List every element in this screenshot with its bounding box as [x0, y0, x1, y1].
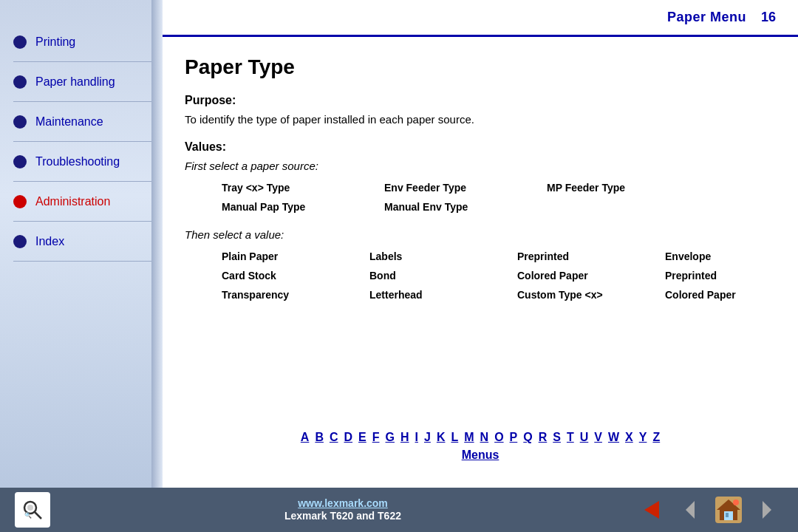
- sidebar-dot: [13, 155, 27, 168]
- sidebar-dot: [13, 195, 27, 208]
- sidebar-item-troubleshooting[interactable]: Troubleshooting: [0, 142, 159, 182]
- source-cell: Manual Pap Type: [222, 199, 384, 215]
- alpha-q[interactable]: Q: [523, 431, 532, 444]
- footer: 🔍 www.lexmark.com Lexmark T620 and T622: [0, 488, 798, 532]
- value-cell: Custom Type <x>: [517, 287, 665, 303]
- svg-marker-12: [763, 501, 771, 519]
- footer-url[interactable]: www.lexmark.com: [50, 497, 635, 509]
- sidebar-dot: [13, 235, 27, 248]
- alpha-s[interactable]: S: [553, 431, 561, 444]
- sidebar-dot: [13, 75, 27, 89]
- next-button[interactable]: [751, 494, 783, 526]
- footer-nav: [635, 494, 783, 526]
- page-title: Paper Type: [185, 55, 768, 79]
- sidebar-item-maintenance[interactable]: Maintenance: [0, 102, 159, 142]
- value-cell: Colored Paper: [665, 287, 798, 303]
- values-section: Values: First select a paper source: Tra…: [185, 140, 768, 303]
- svg-point-11: [733, 499, 739, 505]
- sidebar-dot: [13, 35, 27, 49]
- header-bar: Paper Menu 16: [163, 0, 798, 37]
- sidebar: Printing Paper handling Maintenance Trou…: [0, 0, 159, 488]
- alpha-g[interactable]: G: [386, 431, 395, 444]
- value-cell: Plain Paper: [222, 248, 369, 265]
- paper-sources-grid: Tray <x> Type Env Feeder Type MP Feeder …: [222, 180, 768, 215]
- alphabet-section: A B C D E F G H I J K L M N O P Q R S T …: [163, 423, 798, 466]
- sidebar-decoration: [151, 0, 163, 488]
- alpha-a[interactable]: A: [301, 431, 310, 444]
- prev-button[interactable]: [674, 494, 706, 526]
- values-grid: Plain Paper Labels Preprinted Envelope C…: [222, 248, 768, 303]
- alpha-d[interactable]: D: [344, 431, 353, 444]
- content-area: Paper Type Purpose: To identify the type…: [163, 37, 798, 488]
- sidebar-item-paper-handling[interactable]: Paper handling: [0, 62, 159, 102]
- sidebar-item-label: Maintenance: [35, 115, 103, 129]
- alpha-r[interactable]: R: [539, 431, 548, 444]
- svg-rect-10: [730, 513, 733, 516]
- value-cell: Letterhead: [369, 287, 517, 303]
- value-cell: Transparency: [222, 287, 369, 303]
- alpha-i[interactable]: I: [415, 431, 418, 444]
- value-cell: Colored Paper: [517, 267, 665, 284]
- value-cell: Preprinted: [517, 248, 665, 265]
- value-cell: Preprinted: [665, 267, 798, 284]
- value-cell: Bond: [369, 267, 517, 284]
- source-cell: MP Feeder Type: [547, 180, 709, 196]
- source-cell: Tray <x> Type: [222, 180, 384, 196]
- alpha-t[interactable]: T: [567, 431, 574, 444]
- svg-point-2: [27, 505, 33, 511]
- alphabet-row: A B C D E F G H I J K L M N O P Q R S T …: [177, 431, 783, 444]
- value-cell: Envelope: [665, 248, 798, 265]
- alpha-u[interactable]: U: [580, 431, 589, 444]
- alpha-c[interactable]: C: [330, 431, 338, 444]
- alpha-n[interactable]: N: [480, 431, 489, 444]
- purpose-section: Purpose: To identify the type of paper i…: [185, 94, 768, 126]
- first-select-note: First select a paper source:: [185, 160, 768, 172]
- alpha-x[interactable]: X: [625, 431, 633, 444]
- sidebar-item-index[interactable]: Index: [0, 222, 159, 262]
- sidebar-item-administration[interactable]: Administration: [0, 182, 159, 222]
- alpha-h[interactable]: H: [400, 431, 409, 444]
- sidebar-item-label: Administration: [35, 195, 110, 208]
- purpose-heading: Purpose:: [185, 94, 768, 107]
- alpha-l[interactable]: L: [451, 431, 458, 444]
- sidebar-item-label: Index: [35, 235, 64, 248]
- alpha-e[interactable]: E: [358, 431, 366, 444]
- sidebar-item-label: Printing: [35, 35, 75, 49]
- alpha-z[interactable]: Z: [652, 431, 660, 444]
- svg-rect-9: [726, 513, 729, 517]
- alpha-m[interactable]: M: [464, 431, 474, 444]
- source-cell: Env Feeder Type: [384, 180, 547, 196]
- alpha-k[interactable]: K: [437, 431, 446, 444]
- svg-marker-5: [686, 501, 695, 519]
- alpha-v[interactable]: V: [594, 431, 602, 444]
- footer-center: www.lexmark.com Lexmark T620 and T622: [50, 497, 635, 522]
- sidebar-item-label: Troubleshooting: [35, 155, 120, 168]
- footer-left: 🔍: [15, 492, 50, 528]
- menus-link[interactable]: Menus: [462, 449, 499, 461]
- alpha-p[interactable]: P: [510, 431, 518, 444]
- alpha-j[interactable]: J: [424, 431, 431, 444]
- value-cell: Labels: [369, 248, 517, 265]
- purpose-text: To identify the type of paper installed …: [185, 113, 768, 126]
- alpha-b[interactable]: B: [315, 431, 324, 444]
- sidebar-item-printing[interactable]: Printing: [0, 22, 159, 62]
- sidebar-item-label: Paper handling: [35, 75, 115, 89]
- header-title: Paper Menu: [667, 10, 746, 25]
- home-button[interactable]: [712, 494, 745, 526]
- source-cell: [547, 199, 709, 215]
- alpha-y[interactable]: Y: [639, 431, 647, 444]
- alpha-w[interactable]: W: [608, 431, 619, 444]
- footer-model: Lexmark T620 and T622: [284, 510, 401, 522]
- svg-marker-4: [644, 501, 659, 519]
- then-select-note: Then select a value:: [185, 228, 768, 241]
- sidebar-dot: [13, 115, 27, 129]
- alpha-o[interactable]: O: [494, 431, 503, 444]
- value-cell: Card Stock: [222, 267, 369, 284]
- back-button[interactable]: [635, 494, 668, 526]
- alpha-f[interactable]: F: [372, 431, 380, 444]
- search-icon[interactable]: 🔍: [15, 492, 50, 528]
- svg-line-1: [35, 512, 41, 519]
- page-number: 16: [761, 10, 776, 25]
- values-heading: Values:: [185, 140, 768, 154]
- source-cell: Manual Env Type: [384, 199, 547, 215]
